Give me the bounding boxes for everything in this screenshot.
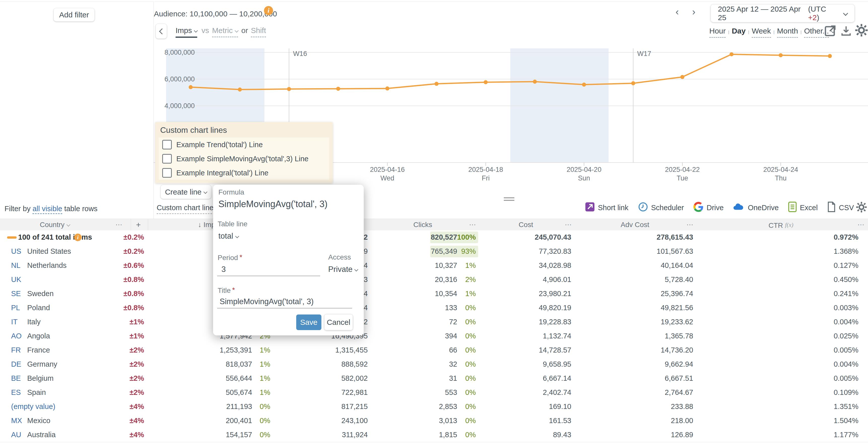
- country-code[interactable]: US: [11, 244, 21, 258]
- adv-cost-value: 1,365.78: [665, 329, 693, 343]
- delta-percent: ±2%: [129, 357, 144, 371]
- country-code[interactable]: NL: [11, 259, 21, 272]
- table-header-row: Country⋯+↓ ImpsClicks⋯Cost⋯Adv Cost⋯CTRf…: [0, 219, 868, 231]
- column-menu-icon[interactable]: ⋯: [115, 219, 122, 231]
- granularity-day[interactable]: Day: [732, 27, 746, 35]
- country-code[interactable]: MX: [11, 414, 22, 427]
- data-point[interactable]: [631, 81, 635, 85]
- audience-info-icon[interactable]: i: [264, 6, 273, 15]
- data-point[interactable]: [287, 87, 291, 91]
- export-short-link[interactable]: Short link: [585, 202, 628, 214]
- clicks-value: 820,527: [431, 230, 457, 244]
- gear-icon[interactable]: [855, 24, 868, 38]
- data-point[interactable]: [779, 53, 783, 57]
- export-csv[interactable]: CSV: [827, 202, 854, 214]
- country-code[interactable]: DE: [11, 357, 21, 371]
- or-label: or: [241, 26, 248, 35]
- x-axis-weekday-label: Wed: [380, 174, 394, 182]
- y-axis-tick-label: 6,000,000: [164, 75, 195, 83]
- clicks-share: 1%: [465, 259, 476, 272]
- column-header-country[interactable]: Country: [40, 219, 70, 231]
- date-prev-button[interactable]: ‹: [676, 6, 679, 18]
- data-point[interactable]: [434, 82, 438, 86]
- export-label: Drive: [707, 204, 724, 212]
- metric-selector[interactable]: Metric: [212, 26, 238, 35]
- country-name: Sweden: [27, 287, 54, 301]
- country-code[interactable]: AU: [11, 428, 21, 442]
- data-point[interactable]: [730, 52, 734, 56]
- chevron-down-icon: [354, 268, 359, 272]
- title-input[interactable]: SimpleMovingAvg('total', 3): [220, 297, 314, 306]
- export-drive[interactable]: Drive: [693, 202, 724, 214]
- country-code[interactable]: UK: [11, 273, 21, 287]
- table-row: (empty value)±4%211,1930%817,2152,8530%1…: [0, 400, 868, 414]
- open-in-new-icon[interactable]: [824, 24, 837, 38]
- audience-value: 722,981: [341, 386, 368, 400]
- collapse-chart-controls-button[interactable]: [156, 24, 167, 38]
- data-point[interactable]: [533, 80, 537, 84]
- country-code[interactable]: BE: [11, 372, 21, 385]
- ctr-value: 0.004%: [834, 357, 859, 371]
- column-menu-icon[interactable]: ⋯: [565, 219, 572, 231]
- column-menu-icon[interactable]: ⋯: [469, 219, 476, 231]
- splitter-grip-icon: [504, 197, 514, 198]
- header-separator: [131, 219, 131, 231]
- add-filter-button[interactable]: Add filter: [54, 8, 94, 22]
- row-info-icon[interactable]: i: [74, 234, 82, 241]
- data-point[interactable]: [189, 85, 193, 89]
- column-header-ctr[interactable]: CTRf(x): [769, 219, 794, 231]
- ctr-value: 0.450%: [834, 273, 859, 287]
- chart-table-splitter[interactable]: [504, 197, 514, 201]
- granularity-month[interactable]: Month: [777, 27, 798, 38]
- all-visible-link[interactable]: all visible: [32, 205, 62, 214]
- cancel-button[interactable]: Cancel: [324, 315, 353, 330]
- data-point[interactable]: [484, 80, 488, 84]
- column-header-cost[interactable]: Cost: [519, 219, 533, 231]
- series-selector[interactable]: Imps: [176, 26, 197, 35]
- cost-value: 34,028.98: [539, 259, 571, 272]
- save-button[interactable]: Save: [296, 315, 321, 330]
- clicks-value: 553: [445, 386, 457, 400]
- data-point[interactable]: [680, 75, 684, 79]
- country-code[interactable]: FR: [11, 343, 21, 357]
- cost-value: 49,820.19: [539, 301, 571, 315]
- granularity-hour[interactable]: Hour: [709, 27, 726, 38]
- country-name[interactable]: (empty value): [11, 400, 55, 414]
- period-input[interactable]: 3: [221, 265, 226, 274]
- create-line-button[interactable]: Create line: [161, 185, 211, 199]
- column-header-clicks[interactable]: Clicks: [413, 219, 432, 231]
- add-column-button[interactable]: +: [136, 219, 141, 231]
- cost-value: 14,728.57: [539, 343, 571, 357]
- delta-percent: ±4%: [129, 428, 144, 442]
- export-toolbar: Short linkSchedulerDriveOneDriveExcelCSV: [585, 202, 854, 214]
- custom-chart-lines-tab[interactable]: Custom chart lines: [157, 204, 217, 214]
- download-icon[interactable]: [840, 25, 852, 38]
- checkbox-unchecked[interactable]: [162, 154, 172, 164]
- data-point[interactable]: [238, 87, 242, 91]
- date-next-button[interactable]: ›: [692, 6, 695, 18]
- access-select[interactable]: Private: [328, 265, 358, 274]
- column-menu-icon[interactable]: ⋯: [686, 219, 693, 231]
- country-code[interactable]: SE: [11, 287, 21, 301]
- checkbox-unchecked[interactable]: [162, 140, 172, 149]
- export-onedrive[interactable]: OneDrive: [733, 203, 779, 213]
- clicks-value: 394: [445, 329, 457, 343]
- data-point[interactable]: [336, 87, 340, 91]
- country-code[interactable]: IT: [11, 315, 18, 329]
- export-scheduler[interactable]: Scheduler: [638, 202, 684, 214]
- data-point[interactable]: [828, 54, 832, 58]
- column-menu-icon[interactable]: ⋯: [858, 219, 865, 231]
- export-excel[interactable]: Excel: [788, 202, 817, 214]
- country-code[interactable]: ES: [11, 386, 21, 400]
- checkbox-unchecked[interactable]: [162, 168, 172, 178]
- column-header-adv-cost[interactable]: Adv Cost: [621, 219, 649, 231]
- table-settings-gear-icon[interactable]: [856, 202, 867, 214]
- granularity-week[interactable]: Week: [752, 27, 771, 38]
- shift-selector[interactable]: Shift: [251, 26, 266, 35]
- data-point[interactable]: [385, 86, 390, 90]
- date-range-picker[interactable]: 2025 Apr 12 — 2025 Apr 25 (UTC +2): [711, 4, 855, 22]
- country-code[interactable]: AO: [11, 329, 22, 343]
- country-code[interactable]: PL: [11, 301, 20, 315]
- table-line-select[interactable]: total: [218, 232, 239, 241]
- data-point[interactable]: [582, 83, 586, 87]
